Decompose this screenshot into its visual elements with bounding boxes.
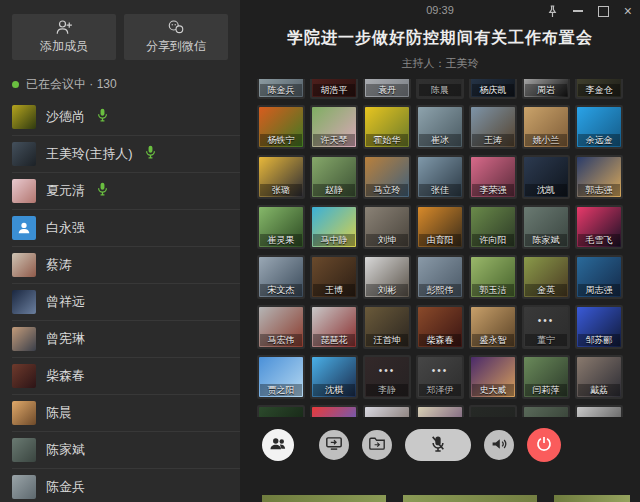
grid-participant-name: 由育阳 [419,234,461,246]
grid-participant-tile[interactable]: ••• 马立玲 [363,155,411,199]
avatar [12,105,36,129]
participant-list-item[interactable]: 柴森春 [12,358,240,395]
grid-participant-tile[interactable]: ••• 董宁 [522,305,570,349]
speaker-button[interactable] [484,430,514,460]
meeting-window: 添加成员 分享到微信 已在会议中 · 130 沙德尚 王美玲(主持人) [0,0,640,502]
grid-participant-tile[interactable]: ••• [469,405,517,417]
grid-participant-tile[interactable]: ••• 张佳 [416,155,464,199]
grid-participant-tile[interactable]: ••• 邹苏郦 [575,305,623,349]
grid-participant-tile[interactable]: ••• 郑泽伊 [416,355,464,399]
maximize-icon[interactable] [598,4,609,18]
grid-participant-tile[interactable]: ••• 宋文杰 [257,255,305,299]
participant-list[interactable]: 沙德尚 王美玲(主持人) 夏元清 白永强 蔡涛 曾祥远 [12,99,240,502]
grid-participant-tile[interactable]: ••• 陈晨 [416,79,464,99]
grid-participant-tile[interactable]: ••• 李金仓 [575,79,623,99]
pin-icon[interactable] [547,4,558,18]
file-share-button[interactable] [362,430,392,460]
minimize-icon[interactable] [573,4,583,18]
grid-participant-tile[interactable]: ••• 琵琶花 [310,305,358,349]
grid-participant-tile[interactable]: ••• [310,405,358,417]
grid-participant-name: 宋文杰 [260,284,302,296]
add-member-button[interactable]: 添加成员 [12,14,116,60]
participant-list-item[interactable]: 陈金兵 [12,469,240,502]
participant-list-item[interactable]: 沙德尚 [12,99,240,136]
grid-participant-tile[interactable]: ••• 沈棋 [310,355,358,399]
grid-participant-tile[interactable]: ••• 赵静 [310,155,358,199]
grid-participant-tile[interactable]: ••• [257,405,305,417]
share-wechat-button[interactable]: 分享到微信 [124,14,228,60]
grid-participant-tile[interactable]: ••• 余远金 [575,105,623,149]
grid-participant-tile[interactable]: ••• 袁丹 [363,79,411,99]
participant-list-item[interactable]: 白永强 [12,210,240,247]
grid-participant-tile[interactable]: ••• 史大威 [469,355,517,399]
grid-participant-tile[interactable]: ••• 姚小兰 [522,105,570,149]
speaker-icon [491,437,507,454]
grid-participant-tile[interactable]: ••• [522,405,570,417]
mic-on-icon [97,182,108,200]
grid-participant-tile[interactable]: ••• 周志强 [575,255,623,299]
grid-participant-tile[interactable]: ••• 张璐 [257,155,305,199]
connecting-dots-icon: ••• [522,315,570,326]
grid-participant-tile[interactable]: ••• 王博 [310,255,358,299]
grid-participant-tile[interactable]: ••• 霍始华 [363,105,411,149]
participant-list-item[interactable]: 蔡涛 [12,247,240,284]
grid-participant-tile[interactable]: ••• 崔冰 [416,105,464,149]
grid-participant-tile[interactable]: ••• 盛永智 [469,305,517,349]
grid-participant-name: 陈晨 [419,84,461,96]
screen-share-button[interactable] [319,430,349,460]
grid-participant-tile[interactable]: ••• [416,405,464,417]
mic-on-icon [145,145,156,163]
meeting-host: 主持人：王美玲 [240,56,640,71]
grid-participant-tile[interactable]: ••• 柴森春 [416,305,464,349]
grid-participant-tile[interactable]: ••• 马中静 [310,205,358,249]
grid-participant-tile[interactable]: ••• 崔灵果 [257,205,305,249]
participant-list-item[interactable]: 陈家斌 [12,432,240,469]
grid-participant-tile[interactable]: ••• 马宏伟 [257,305,305,349]
grid-participant-tile[interactable]: ••• 许天琴 [310,105,358,149]
mute-button[interactable] [405,429,471,461]
screen-share-icon [326,437,342,453]
grid-participant-tile[interactable]: ••• [363,405,411,417]
participant-list-item[interactable]: 夏元清 [12,173,240,210]
grid-participant-name: 杨庆凯 [472,84,514,96]
grid-participant-tile[interactable]: ••• 刘彬 [363,255,411,299]
grid-participant-tile[interactable]: ••• 李荣强 [469,155,517,199]
grid-participant-tile[interactable]: ••• 杨庆凯 [469,79,517,99]
participant-grid[interactable]: ••• 陈金兵 ••• 胡浩平 ••• 袁丹 ••• 陈晨 ••• 杨庆凯 ••… [240,79,640,417]
grid-participant-tile[interactable]: ••• 许向阳 [469,205,517,249]
grid-participant-name: 李荣强 [472,184,514,196]
grid-participant-tile[interactable]: ••• 毛雪飞 [575,205,623,249]
grid-participant-tile[interactable]: ••• 闫莉萍 [522,355,570,399]
grid-participant-tile[interactable]: ••• 郭玉洁 [469,255,517,299]
grid-participant-tile[interactable]: ••• 贾之阳 [257,355,305,399]
grid-participant-tile[interactable]: ••• 李静 [363,355,411,399]
grid-participant-tile[interactable]: ••• 陈金兵 [257,79,305,99]
grid-participant-tile[interactable]: ••• 彭熙伟 [416,255,464,299]
grid-participant-tile[interactable]: ••• 周岩 [522,79,570,99]
grid-participant-tile[interactable]: ••• 郭志强 [575,155,623,199]
participant-grid-viewport: ••• 陈金兵 ••• 胡浩平 ••• 袁丹 ••• 陈晨 ••• 杨庆凯 ••… [240,79,640,417]
grid-participant-tile[interactable]: ••• 刘坤 [363,205,411,249]
close-icon[interactable]: × [624,4,632,18]
grid-participant-tile[interactable]: ••• 由育阳 [416,205,464,249]
grid-participant-tile[interactable]: ••• 杨铁宁 [257,105,305,149]
grid-participant-tile[interactable]: ••• 沈凯 [522,155,570,199]
grid-participant-tile[interactable]: ••• 金英 [522,255,570,299]
grid-participant-tile[interactable]: ••• 胡浩平 [310,79,358,99]
grid-participant-tile[interactable]: ••• 汪首坤 [363,305,411,349]
participants-button[interactable] [262,429,294,461]
grid-participant-name: 柴森春 [419,334,461,346]
participant-list-item[interactable]: 陈晨 [12,395,240,432]
grid-participant-tile[interactable]: ••• [575,405,623,417]
grid-participant-name: 汪首坤 [366,334,408,346]
grid-participant-name: 余远金 [578,134,620,146]
participant-list-item[interactable]: 王美玲(主持人) [12,136,240,173]
grid-participant-tile[interactable]: ••• 戴荔 [575,355,623,399]
participants-icon [269,437,287,454]
participant-list-item[interactable]: 曾宪琳 [12,321,240,358]
grid-participant-name: 李金仓 [578,84,620,96]
participant-list-item[interactable]: 曾祥远 [12,284,240,321]
grid-participant-tile[interactable]: ••• 陈家斌 [522,205,570,249]
grid-participant-tile[interactable]: ••• 王涛 [469,105,517,149]
end-call-button[interactable] [527,428,561,462]
